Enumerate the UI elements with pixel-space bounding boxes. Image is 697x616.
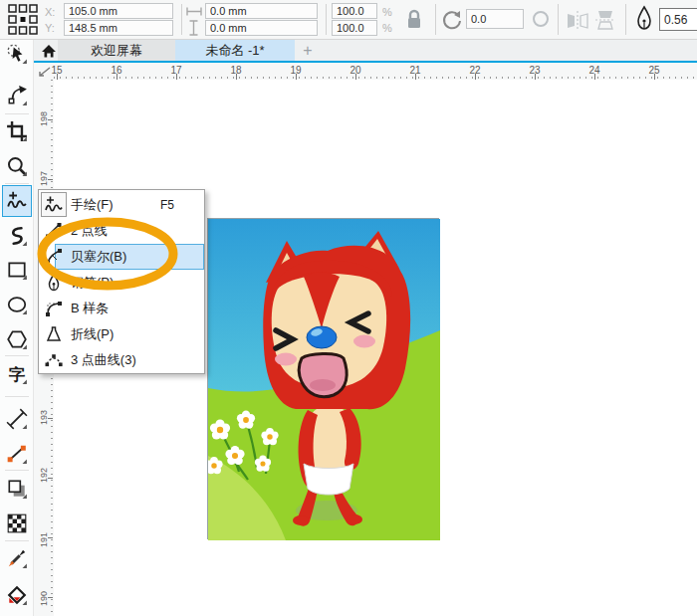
mirror-vertical-icon[interactable] <box>594 10 616 30</box>
freehand-icon <box>44 195 64 215</box>
tool-ellipse[interactable] <box>3 291 31 318</box>
tool-freehand-active[interactable] <box>3 187 31 215</box>
separator <box>326 4 327 35</box>
bezier-icon <box>44 247 64 267</box>
tool-pick[interactable] <box>3 40 31 68</box>
pen-icon <box>44 273 64 293</box>
scale-horizontal-field[interactable] <box>332 3 377 19</box>
toolbox-divider <box>5 113 29 114</box>
freehand-tool-icon <box>6 190 28 212</box>
interactive-fill-tool-icon <box>6 584 28 606</box>
separator <box>181 4 182 35</box>
tool-dimension[interactable] <box>3 405 31 433</box>
y-label: Y: <box>45 22 55 34</box>
toolbox: 字 <box>0 40 34 616</box>
menu-item-shortcut: F5 <box>160 192 174 218</box>
artistic-media-tool-icon <box>6 225 28 247</box>
object-position-icon <box>8 4 38 36</box>
percent-label: % <box>382 22 392 34</box>
curve-tools-flyout-menu: 手绘(F) F5 2 点线 贝塞尔(B) <box>38 189 205 374</box>
menu-item-label: 折线(P) <box>71 321 114 347</box>
block-shadow-tool-icon <box>6 478 28 500</box>
menu-item-label: 贝塞尔(B) <box>71 244 126 270</box>
menu-item-label: 2 点线 <box>71 218 108 244</box>
tool-eyedropper[interactable] <box>3 544 31 572</box>
crop-tool-icon <box>6 120 28 142</box>
scale-vertical-field[interactable] <box>332 20 377 36</box>
object-width-icon <box>186 7 202 16</box>
menu-item-bezier[interactable]: 贝塞尔(B) <box>39 244 204 270</box>
tool-crop[interactable] <box>3 117 31 145</box>
rotation-center-icon[interactable] <box>532 10 550 28</box>
rotation-icon <box>441 9 463 31</box>
three-point-curve-icon <box>44 350 64 370</box>
separator <box>558 4 559 35</box>
pick-tool-icon <box>6 43 28 65</box>
tool-artistic-media[interactable] <box>3 222 31 250</box>
toolbox-divider <box>5 355 29 356</box>
tool-rectangle[interactable] <box>3 256 31 284</box>
mesh-fill-tool-icon <box>6 513 28 534</box>
toolbox-divider <box>5 540 29 541</box>
object-height-field[interactable] <box>205 20 318 36</box>
home-icon[interactable] <box>40 43 58 59</box>
new-document-tab-button[interactable]: + <box>297 40 319 61</box>
menu-item-pen[interactable]: 钢笔(P) <box>39 270 204 296</box>
lock-ratio-icon[interactable] <box>404 8 424 30</box>
menu-item-3-point-curve[interactable]: 3 点曲线(3) <box>39 347 204 373</box>
canvas-image-object[interactable] <box>207 218 439 539</box>
zoom-tool-icon <box>6 155 28 177</box>
separator <box>625 4 626 35</box>
fox-illustration <box>208 219 440 540</box>
svg-text:字: 字 <box>9 365 26 383</box>
menu-item-label: 3 点曲线(3) <box>71 347 136 373</box>
active-tab-underline <box>34 61 697 63</box>
object-height-icon <box>189 20 198 36</box>
rectangle-tool-icon <box>6 259 28 281</box>
toolbox-divider <box>5 396 29 397</box>
eyedropper-tool-icon <box>6 547 28 569</box>
mirror-horizontal-icon[interactable] <box>567 10 588 30</box>
tool-mesh-fill[interactable] <box>3 510 31 537</box>
tool-connector[interactable] <box>3 440 31 468</box>
document-tab-bar: 欢迎屏幕 未命名 -1* + <box>34 40 697 63</box>
menu-item-label: 钢笔(P) <box>71 270 114 296</box>
tool-shape[interactable] <box>3 82 31 109</box>
toolbox-divider <box>5 183 29 184</box>
menu-item-freehand[interactable]: 手绘(F) F5 <box>39 192 204 218</box>
ellipse-tool-icon <box>6 294 28 315</box>
tool-block-shadow[interactable] <box>3 475 31 503</box>
menu-item-b-spline[interactable]: B 样条 <box>39 296 204 321</box>
menu-item-label: B 样条 <box>71 296 109 321</box>
polyline-icon <box>44 324 64 344</box>
polygon-tool-icon <box>6 328 28 350</box>
connector-tool-icon <box>6 443 28 465</box>
shape-tool-icon <box>6 85 28 106</box>
toolbox-divider <box>5 470 29 471</box>
horizontal-ruler[interactable]: 15 16 17 18 19 20 21 22 23 24 25 <box>34 63 697 80</box>
tool-interactive-fill[interactable] <box>3 581 31 609</box>
menu-item-2-point-line[interactable]: 2 点线 <box>39 218 204 244</box>
outline-pen-icon <box>635 5 653 33</box>
b-spline-icon <box>44 299 64 318</box>
menu-item-label: 手绘(F) <box>71 192 114 218</box>
tab-untitled-document[interactable]: 未命名 -1* <box>175 40 295 61</box>
text-tool-icon: 字 <box>6 363 28 385</box>
object-width-field[interactable] <box>205 3 318 19</box>
tool-polygon[interactable] <box>3 325 31 353</box>
percent-label: % <box>382 6 392 18</box>
rotation-angle-field[interactable] <box>466 9 524 29</box>
menu-item-polyline[interactable]: 折线(P) <box>39 321 204 347</box>
ruler-minor-ticks <box>54 77 697 79</box>
outline-width-field[interactable] <box>659 8 697 31</box>
y-position-field[interactable] <box>64 20 173 36</box>
separator <box>435 4 436 35</box>
x-position-field[interactable] <box>64 3 173 19</box>
x-label: X: <box>45 6 55 18</box>
two-point-line-icon <box>44 221 64 241</box>
tool-text[interactable]: 字 <box>3 360 31 388</box>
tab-welcome-screen[interactable]: 欢迎屏幕 <box>58 40 175 61</box>
property-bar: X: Y: % % <box>0 0 697 40</box>
tool-zoom[interactable] <box>3 152 31 180</box>
dimension-tool-icon <box>6 408 28 430</box>
